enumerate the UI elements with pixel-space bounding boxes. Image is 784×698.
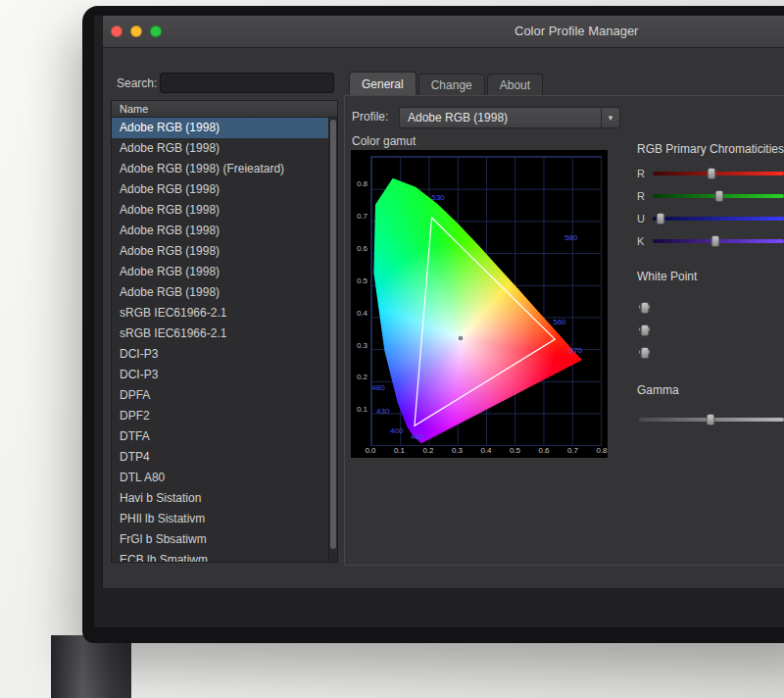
tab-about[interactable]: About: [487, 74, 543, 95]
title-bar: Color Profile Manager: [103, 16, 784, 48]
screen: Color Profile Manager Search: Name Adobe…: [94, 16, 784, 627]
x-axis-tick: 0.4: [475, 446, 497, 455]
x-axis-tick: 0.5: [505, 446, 526, 455]
list-item[interactable]: Adobe RGB (1998): [112, 118, 328, 138]
chevron-down-icon: ▾: [601, 108, 619, 127]
monitor-stand: [51, 635, 131, 698]
x-axis-tick: 0.0: [360, 446, 381, 455]
monitor-bezel: Color Profile Manager Search: Name Adobe…: [82, 6, 784, 643]
y-axis-tick: 0.6: [353, 244, 368, 253]
slider-row: R: [637, 167, 784, 180]
x-axis-tick: 0.7: [563, 446, 584, 455]
general-tab-panel: Profile: Adobe RGB (1998) ▾ Color gamut …: [344, 95, 784, 566]
white-point-heading: White Point: [637, 269, 697, 284]
scrollbar[interactable]: [328, 118, 337, 562]
list-header-name[interactable]: Name: [112, 101, 337, 118]
list-item[interactable]: DPFA: [112, 385, 328, 406]
close-button[interactable]: [111, 25, 122, 37]
list-item[interactable]: DCI-P3: [112, 365, 328, 385]
slider-track[interactable]: [653, 239, 784, 243]
profile-dropdown-value: Adobe RGB (1998): [408, 108, 508, 127]
wavelength-label: 580: [564, 233, 577, 242]
slider-label: R: [637, 167, 645, 180]
x-axis-tick: 0.3: [447, 446, 468, 455]
list-item[interactable]: Adobe RGB (1998): [112, 138, 328, 159]
profile-label: Profile:: [352, 110, 388, 124]
slider-label: U: [637, 212, 645, 225]
list-item[interactable]: Havi b Sistation: [112, 488, 328, 509]
x-axis-tick: 0.6: [533, 446, 555, 455]
wavelength-label: 480: [371, 383, 384, 392]
wavelength-label: 430: [376, 406, 389, 415]
list-item[interactable]: Adobe RGB (1998) (Freieatard): [112, 159, 328, 179]
profile-list: Name Adobe RGB (1998)Adobe RGB (1998)Ado…: [111, 100, 338, 563]
list-item[interactable]: DTFA: [112, 426, 328, 447]
list-item[interactable]: FrGl b Sbsatiwm: [112, 529, 328, 550]
zoom-button[interactable]: [150, 25, 162, 37]
slider-track[interactable]: [653, 194, 784, 198]
list-item[interactable]: PHIl lb Sistativm: [112, 509, 328, 529]
slider-track[interactable]: [639, 350, 651, 354]
color-gamut-label: Color gamut: [352, 134, 416, 148]
tab-general[interactable]: General: [349, 72, 416, 95]
slider-row: K: [637, 234, 784, 248]
white-point-sliders: [637, 300, 784, 368]
y-axis-tick: 0.1: [353, 405, 368, 414]
slider-thumb[interactable]: [706, 414, 714, 425]
slider-thumb[interactable]: [708, 168, 716, 179]
slider-label: K: [637, 234, 644, 248]
slider-track[interactable]: [639, 327, 651, 331]
slider-thumb[interactable]: [711, 235, 720, 247]
gamma-heading: Gamma: [637, 382, 679, 398]
slider-row: [637, 300, 784, 314]
slider-thumb[interactable]: [657, 213, 665, 224]
slider-thumb[interactable]: [640, 302, 649, 314]
list-item[interactable]: Adobe RGB (1998): [112, 282, 328, 303]
search-input[interactable]: [160, 73, 334, 93]
x-axis-tick: 0.8: [591, 446, 612, 455]
window-title: Color Profile Manager: [514, 16, 638, 47]
wavelength-label: 560: [553, 317, 565, 325]
profile-dropdown[interactable]: Adobe RGB (1998) ▾: [399, 107, 620, 128]
slider-track[interactable]: [639, 305, 651, 309]
list-item[interactable]: DTP4: [112, 447, 328, 468]
list-item[interactable]: Adobe RGB (1998): [112, 241, 328, 262]
slider-row: [637, 413, 784, 426]
gamut-triangle: [415, 218, 555, 425]
slider-track[interactable]: [653, 172, 784, 175]
gamut-chart: 530580560570480430400460 0.00.10.20.30.4…: [351, 150, 608, 458]
x-axis-tick: 0.2: [417, 446, 439, 455]
wavelength-label: 460: [411, 432, 423, 441]
wavelength-label: 400: [390, 426, 403, 435]
slider-thumb[interactable]: [715, 190, 724, 202]
list-item[interactable]: sRGB IEC61966-2.1: [112, 324, 328, 344]
list-item[interactable]: DTL A80: [112, 468, 328, 488]
slider-track[interactable]: [653, 217, 784, 221]
list-item[interactable]: Adobe RGB (1998): [112, 179, 328, 200]
slider-thumb[interactable]: [640, 347, 649, 359]
list-item[interactable]: Adobe RGB (1998): [112, 262, 328, 282]
scrollbar-thumb[interactable]: [330, 120, 336, 549]
slider-thumb[interactable]: [640, 324, 649, 336]
slider-row: [637, 323, 784, 336]
slider-label: R: [637, 189, 645, 203]
list-item[interactable]: Adobe RGB (1998): [112, 200, 328, 221]
y-axis-tick: 0.4: [353, 309, 368, 318]
slider-row: R: [637, 189, 784, 203]
slider-track[interactable]: [639, 418, 784, 422]
search-label: Search:: [117, 76, 157, 90]
slider-row: U: [637, 212, 784, 225]
list-item[interactable]: DPF2: [112, 406, 328, 426]
tab-bar: GeneralChangeAbout: [349, 72, 543, 95]
wavelength-label: 570: [569, 345, 582, 354]
minimize-button[interactable]: [130, 25, 142, 37]
list-item[interactable]: ECB lb Smatiwm: [112, 550, 328, 562]
list-item[interactable]: DCI-P3: [112, 344, 328, 365]
slider-row: [637, 345, 784, 359]
list-item[interactable]: sRGB IEC61966-2.1: [112, 303, 328, 324]
list-item[interactable]: Adobe RGB (1998): [112, 221, 328, 241]
y-axis-tick: 0.3: [353, 341, 368, 350]
gamma-sliders: [637, 413, 784, 435]
tab-change[interactable]: Change: [418, 74, 485, 95]
gamut-triangle-layer: [371, 157, 601, 445]
